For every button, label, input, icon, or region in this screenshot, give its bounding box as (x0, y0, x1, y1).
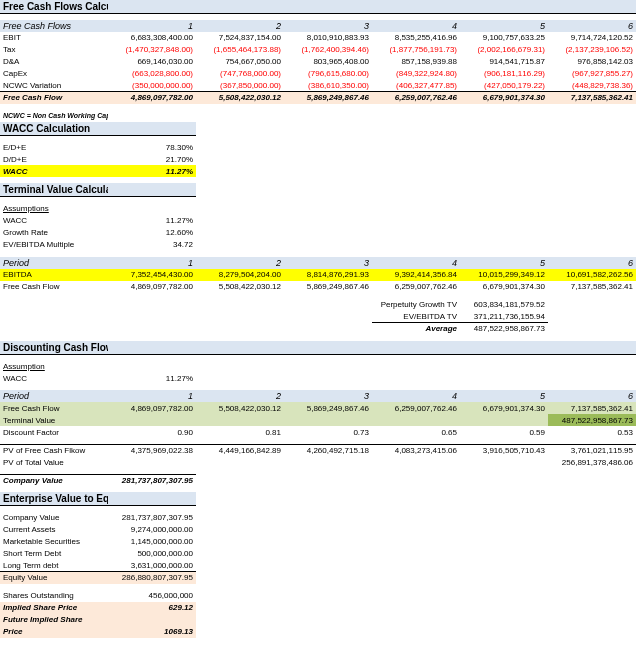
avg-label: Average (372, 323, 460, 335)
implied-price-label: Implied Share Price (0, 602, 108, 614)
section-fcf: Free Cash Flows Calculator (0, 0, 108, 14)
term-val-label: Terminal Value (0, 414, 108, 426)
period-label: Period (0, 257, 108, 269)
wacc-label: WACC (0, 165, 108, 177)
equity-label: Equity Value (0, 572, 108, 584)
period-5: 5 (460, 20, 548, 32)
term-val: 487,522,958,867.73 (548, 414, 636, 426)
period-6: 6 (548, 20, 636, 32)
row-tax-label: Tax (0, 44, 108, 56)
wacc-value: 11.27% (108, 165, 196, 177)
row-ncwc-label: NCWC Variation (0, 80, 108, 92)
future-implied-label: Future Implied Share (0, 614, 108, 626)
marketable-label: Marketable Securities (0, 536, 108, 548)
spreadsheet: Free Cash Flows Calculator Free Cash Flo… (0, 0, 636, 638)
ltd-label: Long Term debt (0, 560, 108, 572)
section-wacc: WACC Calculation (0, 122, 108, 136)
period-3: 3 (284, 20, 372, 32)
company-val-label: Company Value (0, 474, 108, 486)
pvtv-label: PV of Total Value (0, 456, 108, 468)
company-val: 281,737,807,307.95 (108, 474, 196, 486)
multiple-label: EV/EBITDA Multiple (0, 239, 108, 251)
fcf-total-label: Free Cash Flow (0, 92, 108, 104)
dcf-fcf-label: Free Cash Flow (0, 402, 108, 414)
ede-label: E/D+E (0, 141, 108, 153)
ev-company-label: Company Value (0, 512, 108, 524)
pvtv-val: 256,891,378,486.06 (548, 456, 636, 468)
fcf2-label: Free Cash Flow (0, 281, 108, 293)
equity-val: 286,880,807,307.95 (108, 572, 196, 584)
future-implied-val: 1069.13 (108, 626, 196, 638)
perp-tv-label: Perpetuity Growth TV (372, 299, 460, 311)
disc-label: Discount Factor (0, 426, 108, 438)
section-tv: Terminal Value Calculation (0, 183, 108, 197)
dcf-wacc-label: WACC (0, 372, 108, 384)
dcf-assumption-label: Assumption (0, 360, 108, 372)
section-dcf: Discounting Cash Flows (0, 341, 108, 355)
avg-value: 487,522,958,867.73 (460, 323, 548, 335)
fcf-subhead: Free Cash Flows (0, 20, 108, 32)
period-2: 2 (196, 20, 284, 32)
tv-wacc-label: WACC (0, 215, 108, 227)
std-label: Short Term Debt (0, 548, 108, 560)
dde-label: D/D+E (0, 153, 108, 165)
row-capex-label: CapEx (0, 68, 108, 80)
pvfcf-label: PV of Free Cash Flkow (0, 444, 108, 456)
period-1: 1 (108, 20, 196, 32)
price-label: Price (0, 626, 108, 638)
implied-price-val: 629.12 (108, 602, 196, 614)
ebitda-label: EBITDA (0, 269, 108, 281)
assumptions-label: Assumptions (0, 203, 108, 215)
ncwc-note: NCWC = Non Cash Working Capital (0, 110, 108, 122)
shares-label: Shares Outstanding (0, 590, 108, 602)
shares-val: 456,000,000 (108, 590, 196, 602)
ebit-1: 6,683,308,400.00 (108, 32, 196, 44)
dcf-period-label: Period (0, 390, 108, 402)
ev-ebitda-tv-label: EV/EBITDA TV (372, 311, 460, 323)
period-4: 4 (372, 20, 460, 32)
current-assets-label: Current Assets (0, 524, 108, 536)
row-ebit-label: EBIT (0, 32, 108, 44)
section-ev: Enterprise Value to Equity Value (0, 492, 108, 506)
row-da-label: D&A (0, 56, 108, 68)
growth-label: Growth Rate (0, 227, 108, 239)
